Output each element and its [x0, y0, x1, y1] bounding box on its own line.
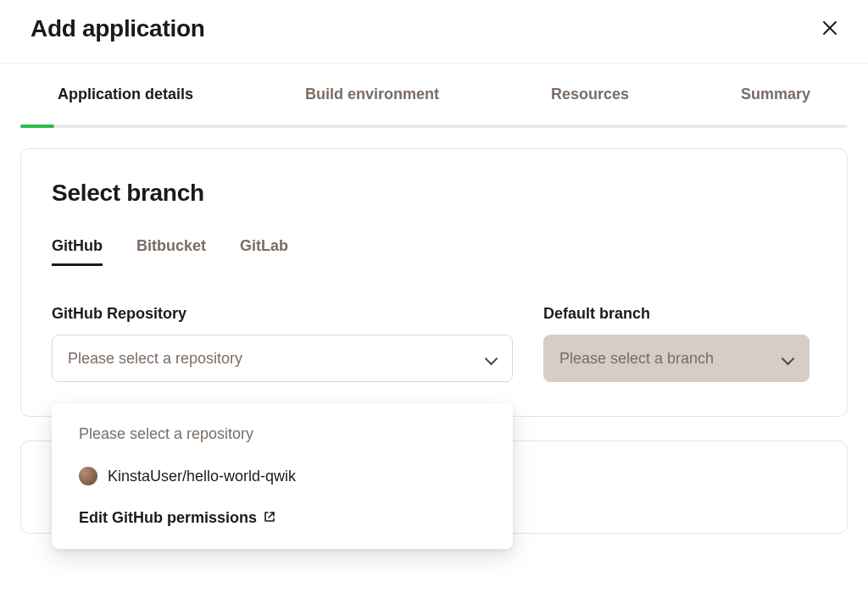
stepper: Application details Build environment Re…: [0, 64, 868, 128]
tab-bitbucket[interactable]: Bitbucket: [136, 237, 206, 266]
stepper-item-build-environment[interactable]: Build environment: [268, 86, 476, 103]
repo-field: GitHub Repository Please select a reposi…: [52, 305, 513, 382]
select-branch-title: Select branch: [52, 180, 816, 207]
stepper-item-resources[interactable]: Resources: [514, 86, 666, 103]
tab-gitlab[interactable]: GitLab: [240, 237, 288, 266]
stepper-item-application-details[interactable]: Application details: [20, 86, 231, 103]
external-link-icon: [264, 509, 275, 521]
select-branch-card: Select branch GitHub Bitbucket GitLab Gi…: [20, 148, 848, 417]
repo-option-label: KinstaUser/hello-world-qwik: [108, 468, 296, 485]
avatar: [79, 467, 97, 485]
progress-track: [20, 125, 848, 128]
progress-fill: [20, 125, 54, 128]
chevron-down-icon: [485, 352, 497, 364]
modal-header: Add application: [0, 0, 868, 64]
repo-label: GitHub Repository: [52, 305, 513, 323]
tab-github[interactable]: GitHub: [52, 237, 103, 266]
repo-select[interactable]: Please select a repository: [52, 335, 513, 382]
branch-label: Default branch: [543, 305, 810, 323]
edit-github-permissions-label: Edit GitHub permissions: [79, 509, 257, 527]
repo-dropdown: Please select a repository KinstaUser/he…: [52, 403, 513, 549]
branch-field: Default branch Please select a branch: [543, 305, 810, 382]
branch-select[interactable]: Please select a branch: [543, 335, 810, 382]
page-title: Add application: [31, 15, 205, 42]
edit-github-permissions[interactable]: Edit GitHub permissions: [52, 494, 513, 530]
provider-tabs: GitHub Bitbucket GitLab: [52, 237, 816, 266]
repo-dropdown-header: Please select a repository: [52, 422, 513, 458]
branch-select-placeholder: Please select a branch: [559, 350, 714, 368]
close-button[interactable]: [822, 20, 837, 38]
close-icon: [822, 20, 837, 36]
stepper-item-summary[interactable]: Summary: [704, 86, 848, 103]
repo-select-placeholder: Please select a repository: [68, 350, 242, 368]
chevron-down-icon: [782, 352, 793, 364]
repo-option[interactable]: KinstaUser/hello-world-qwik: [52, 458, 513, 494]
